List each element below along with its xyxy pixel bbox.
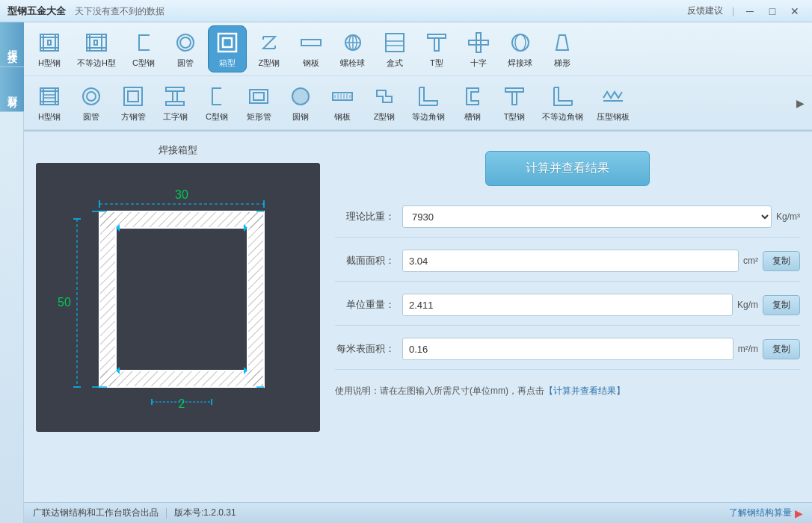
- density-unit: Kg/m³: [776, 211, 800, 222]
- z-steel-label: Z型钢: [259, 58, 280, 69]
- icon-weld-ball[interactable]: 焊接球: [501, 25, 540, 72]
- density-select[interactable]: 7930 7850 7800: [402, 205, 772, 228]
- unit-weight-input-wrap: Kg/m 复制: [402, 294, 800, 316]
- profile-row: H型钢 圆管 方钢管: [24, 76, 812, 130]
- icon-h-steel2[interactable]: H型钢: [30, 79, 69, 126]
- icon-trapezoid[interactable]: 梯形: [543, 25, 582, 72]
- i-beam-label: 工字钢: [163, 111, 188, 123]
- icon-h-steel[interactable]: H型钢: [30, 25, 69, 72]
- svg-rect-14: [218, 34, 236, 52]
- svg-rect-49: [333, 93, 352, 100]
- area-unit: cm²: [743, 256, 758, 266]
- icon-unequal-h[interactable]: 不等边H型: [72, 25, 121, 72]
- round-tube2-label: 圆管: [83, 111, 99, 123]
- area-input-wrap: cm² 复制: [402, 250, 800, 272]
- icon-z-steel[interactable]: Z型钢: [250, 25, 289, 72]
- calc-button[interactable]: 计算并查看结果: [485, 151, 650, 186]
- icon-round-tube2[interactable]: 圆管: [72, 79, 111, 126]
- icon-steel-plate[interactable]: 钢板: [292, 25, 330, 72]
- h-steel-icon: [36, 29, 63, 56]
- unit-weight-input[interactable]: [402, 294, 733, 316]
- box-label: 箱型: [219, 58, 236, 69]
- sidebar-tab-welding[interactable]: 焊接: [0, 22, 24, 67]
- surface-area-input[interactable]: [402, 338, 733, 360]
- surface-area-unit: m²/m: [738, 344, 758, 354]
- icon-steel-plate2[interactable]: 钢板: [323, 79, 362, 126]
- z-steel2-label: Z型钢: [374, 111, 396, 123]
- maximize-button[interactable]: □: [763, 4, 782, 19]
- icon-equal-angle[interactable]: 等边角钢: [407, 79, 450, 126]
- profile-row-scroll[interactable]: ▶: [794, 90, 806, 117]
- icon-z-steel2[interactable]: Z型钢: [365, 79, 404, 126]
- weld-ball-icon: [507, 29, 534, 56]
- round-steel-label: 圆钢: [292, 111, 309, 123]
- svg-rect-6: [94, 40, 97, 45]
- version-label: 版本号:1.2.0.31: [174, 507, 236, 519]
- icon-square-tube[interactable]: 方钢管: [114, 79, 153, 126]
- density-label: 理论比重：: [335, 210, 395, 223]
- bolt-ball-icon: [339, 29, 366, 56]
- svg-rect-18: [301, 40, 321, 46]
- icon-box[interactable]: 箱型: [208, 25, 247, 72]
- icon-rows: H型钢 不等边H型 C型钢: [24, 22, 812, 131]
- unit-weight-label: 单位重量：: [335, 298, 395, 312]
- rect-tube-label: 矩形管: [247, 111, 271, 123]
- t-steel-label: T型钢: [504, 111, 526, 123]
- box-type-icon: [381, 29, 408, 56]
- icon-t-type[interactable]: T型: [417, 25, 456, 72]
- icon-channel[interactable]: 槽钢: [453, 79, 492, 126]
- icon-press-plate[interactable]: 压型钢板: [591, 79, 635, 126]
- icon-c-steel[interactable]: C型钢: [124, 25, 163, 72]
- svg-rect-41: [128, 91, 138, 102]
- icon-round-tube[interactable]: 圆管: [166, 25, 205, 72]
- icon-rect-tube[interactable]: 矩形管: [239, 79, 278, 126]
- svg-rect-1: [48, 40, 51, 45]
- c-steel2-label: C型钢: [206, 111, 228, 123]
- minimize-button[interactable]: ─: [740, 4, 760, 19]
- c-steel2-icon: [203, 83, 230, 110]
- svg-rect-79: [99, 211, 116, 387]
- close-button[interactable]: ✕: [785, 4, 805, 19]
- statusbar-divider: [166, 508, 167, 519]
- surface-area-input-wrap: m²/m 复制: [402, 338, 800, 360]
- channel-icon: [459, 83, 486, 110]
- weld-ball-label: 焊接球: [508, 58, 532, 69]
- svg-rect-37: [43, 95, 55, 98]
- app-slogan: 天下没有查不到的数据: [75, 6, 164, 16]
- svg-rect-78: [99, 371, 264, 387]
- t-type-label: T型: [430, 58, 443, 69]
- sidebar-tab-profile[interactable]: 型材: [0, 67, 24, 112]
- equal-angle-icon: [415, 83, 442, 110]
- round-tube2-icon: [78, 83, 105, 110]
- unit-weight-row: 单位重量： Kg/m 复制: [335, 294, 800, 326]
- svg-rect-77: [99, 211, 264, 228]
- icon-cross[interactable]: 十字: [459, 25, 498, 72]
- app-title: 型钢五金大全 天下没有查不到的数据: [7, 4, 687, 18]
- titlebar: 型钢五金大全 天下没有查不到的数据 反馈建议 | ─ □ ✕: [0, 0, 812, 22]
- box-icon: [214, 29, 241, 56]
- icon-c-steel2[interactable]: C型钢: [197, 79, 236, 126]
- svg-rect-57: [512, 92, 517, 105]
- icon-unequal-angle[interactable]: 不等边角钢: [537, 79, 588, 126]
- company-label: 广联达钢结构和工作台联合出品: [33, 507, 159, 519]
- area-input[interactable]: [402, 250, 739, 272]
- h-steel2-icon: [36, 83, 63, 110]
- icon-bolt-ball[interactable]: 螺栓球: [333, 25, 372, 72]
- icon-round-steel[interactable]: 圆钢: [281, 79, 320, 126]
- svg-rect-28: [476, 33, 481, 52]
- icon-i-beam[interactable]: 工字钢: [156, 79, 194, 126]
- feedback-link[interactable]: 反馈建议: [687, 4, 723, 17]
- area-copy-button[interactable]: 复制: [763, 251, 800, 271]
- right-link-arrow: ▶: [795, 507, 803, 519]
- icon-t-steel[interactable]: T型钢: [495, 79, 534, 126]
- svg-point-13: [180, 37, 191, 48]
- icon-box-type[interactable]: 盒式: [375, 25, 414, 72]
- steel-calc-link[interactable]: 了解钢结构算量 ▶: [729, 507, 803, 519]
- surface-area-copy-button[interactable]: 复制: [763, 339, 800, 359]
- bolt-ball-label: 螺栓球: [340, 58, 365, 69]
- unit-weight-copy-button[interactable]: 复制: [763, 295, 800, 315]
- trapezoid-label: 梯形: [554, 58, 570, 69]
- svg-text:2: 2: [179, 397, 185, 410]
- cross-icon: [465, 29, 492, 56]
- app-name: 型钢五金大全: [7, 5, 66, 16]
